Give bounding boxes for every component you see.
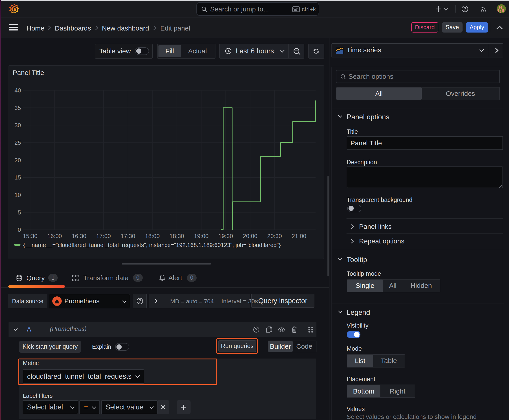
svg-text:{__name__="cloudflared_tunnel_: {__name__="cloudflared_tunnel_total_requ…: [23, 242, 281, 248]
svg-text:16:30: 16:30: [72, 233, 86, 239]
svg-text:20:00: 20:00: [243, 233, 258, 239]
svg-text:20:30: 20:30: [267, 233, 282, 239]
svg-text:15: 15: [14, 174, 21, 181]
svg-text:19:00: 19:00: [194, 233, 208, 239]
svg-text:35: 35: [14, 104, 21, 111]
svg-text:21:00: 21:00: [291, 233, 306, 239]
svg-text:25: 25: [14, 139, 21, 146]
svg-text:40: 40: [14, 87, 21, 94]
svg-text:17:00: 17:00: [96, 233, 111, 239]
svg-text:18:30: 18:30: [169, 233, 184, 239]
svg-text:30: 30: [14, 122, 21, 128]
svg-text:10: 10: [14, 192, 21, 198]
svg-text:18:00: 18:00: [145, 233, 160, 239]
svg-text:15:30: 15:30: [23, 233, 37, 239]
svg-text:20: 20: [14, 157, 21, 163]
svg-text:5: 5: [18, 209, 21, 216]
svg-text:16:00: 16:00: [47, 233, 62, 239]
svg-text:17:30: 17:30: [121, 233, 135, 239]
svg-text:19:30: 19:30: [218, 233, 233, 239]
svg-text:0: 0: [18, 226, 21, 233]
